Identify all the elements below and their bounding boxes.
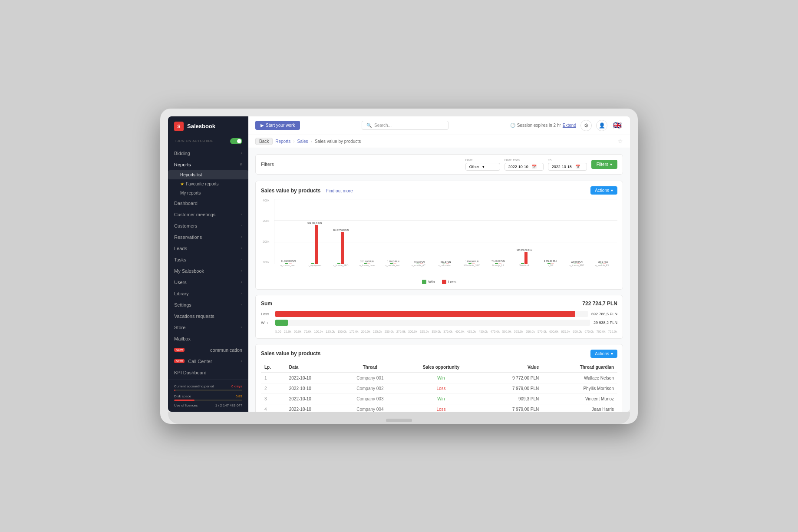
cell-guardian: Jean Harris bbox=[542, 404, 617, 412]
filter-date-to-group: To 2022-10-18 📅 bbox=[548, 158, 587, 171]
breadcrumb-sales-link[interactable]: Sales bbox=[297, 139, 308, 144]
sidebar: S Salesbook TURN ON AUTO-HIDE Bidding › … bbox=[168, 116, 248, 412]
filter-date-label: Date bbox=[465, 158, 500, 162]
table-row: 3 2022-10-10 Company 003 Win 909,3 PLN V… bbox=[261, 393, 617, 404]
back-button[interactable]: Back bbox=[255, 138, 273, 145]
sum-loss-label: Loss bbox=[261, 312, 272, 316]
sidebar-item-label: Customer meetings bbox=[174, 212, 215, 217]
extend-link[interactable]: Extend bbox=[563, 123, 576, 128]
settings-icon-button[interactable]: ⚙ bbox=[580, 120, 592, 131]
sidebar-item-customer-meetings[interactable]: Customer meetings › bbox=[168, 209, 248, 220]
chevron-down-icon: ▾ bbox=[482, 165, 485, 169]
start-work-button[interactable]: ▶ Start your work bbox=[255, 121, 300, 130]
sidebar-item-kpi-dashboard[interactable]: KPI Dashboard bbox=[168, 367, 248, 378]
filter-date-to-input[interactable]: 2022-10-18 📅 bbox=[548, 163, 587, 171]
sum-loss-value: 692 786,5 PLN bbox=[591, 312, 617, 316]
filters-apply-button[interactable]: Filters ▾ bbox=[591, 160, 617, 169]
cell-value: 7 979,00 PLN bbox=[481, 404, 542, 412]
sum-loss-track bbox=[275, 311, 588, 317]
sidebar-item-settings[interactable]: Settings › bbox=[168, 299, 248, 311]
sidebar-item-library[interactable]: Library › bbox=[168, 288, 248, 299]
session-text: Session expires in 2 hr bbox=[517, 123, 561, 128]
bar-group-7: 909,3 PLN bbox=[433, 261, 458, 264]
chevron-icon: › bbox=[241, 291, 242, 295]
chart-actions-button[interactable]: Actions ▾ bbox=[590, 186, 617, 195]
bar-group-3: 261 227,00 PLN bbox=[328, 229, 353, 264]
star-button[interactable]: ☆ bbox=[617, 138, 623, 145]
cell-thread: Company 004 bbox=[339, 404, 401, 412]
laptop-notch bbox=[386, 419, 412, 422]
sidebar-item-mailbox[interactable]: Mailbox bbox=[168, 333, 248, 344]
filter-date-from-group: Date from 2022-10-10 📅 bbox=[505, 158, 544, 171]
sidebar-item-label: Library bbox=[174, 291, 189, 296]
filter-date-select[interactable]: Other ▾ bbox=[465, 163, 500, 171]
laptop-base bbox=[168, 412, 630, 424]
cell-guardian: Vincent Munoz bbox=[542, 393, 617, 404]
table-actions-label: Actions bbox=[595, 351, 609, 356]
chevron-icon: › bbox=[241, 280, 242, 284]
breadcrumb-bar: Back Reports › Sales › Sales value by pr… bbox=[248, 135, 630, 148]
sidebar-item-reports[interactable]: Reports ∨ bbox=[168, 159, 248, 170]
col-data: Data bbox=[286, 362, 339, 373]
filter-date-from-input[interactable]: 2022-10-10 📅 bbox=[505, 163, 544, 171]
sidebar-item-label: Reservations bbox=[174, 235, 202, 240]
col-guardian: Thread guardian bbox=[542, 362, 617, 373]
table-row: 2 2022-10-10 Company 002 Loss 7 979,00 P… bbox=[261, 383, 617, 393]
cell-lp: 2 bbox=[261, 383, 286, 393]
topbar-search: 🔍 Search... bbox=[305, 121, 505, 130]
table-actions-button[interactable]: Actions ▾ bbox=[590, 350, 617, 358]
sidebar-item-reservations[interactable]: Reservations › bbox=[168, 231, 248, 243]
sidebar-item-users[interactable]: Users › bbox=[168, 277, 248, 288]
sidebar-item-tasks[interactable]: Tasks › bbox=[168, 254, 248, 265]
user-icon-button[interactable]: 👤 bbox=[596, 120, 607, 131]
y-axis: 400k 200k 200k 100k bbox=[261, 199, 271, 264]
language-flag-button[interactable]: 🇬🇧 bbox=[612, 120, 623, 131]
chevron-down-icon-4: ▾ bbox=[611, 351, 613, 356]
sidebar-subitem-label: Reports list bbox=[180, 172, 202, 177]
sidebar-item-communication[interactable]: NEW communication bbox=[168, 344, 248, 356]
cell-value: 7 979,00 PLN bbox=[481, 383, 542, 393]
filters-button-label: Filters bbox=[597, 162, 608, 167]
play-icon: ▶ bbox=[261, 123, 264, 128]
find-out-link[interactable]: Find out more bbox=[326, 188, 353, 193]
sidebar-item-my-salesbook[interactable]: My Salesbook › bbox=[168, 265, 248, 277]
sidebar-subitem-favourite-reports[interactable]: ★ Favourite reports bbox=[168, 179, 248, 188]
search-box[interactable]: 🔍 Search... bbox=[362, 121, 448, 130]
sidebar-item-label: Store bbox=[174, 325, 185, 330]
sidebar-item-dashboard[interactable]: Dashboard bbox=[168, 198, 248, 209]
new-badge: NEW bbox=[174, 348, 185, 352]
sum-win-value: 29 938,2 PLN bbox=[594, 321, 617, 325]
sidebar-subitem-label: Favourite reports bbox=[186, 182, 219, 186]
sidebar-subitem-reports-list[interactable]: Reports list bbox=[168, 170, 248, 179]
sidebar-item-leads[interactable]: Leads › bbox=[168, 243, 248, 254]
chart-title-group: Sales value by products Find out more bbox=[261, 186, 353, 194]
sum-section: Sum 722 724,7 PLN Loss 692 786,5 PLN bbox=[255, 295, 623, 339]
sidebar-item-label: Reports bbox=[174, 162, 191, 167]
cell-lp: 1 bbox=[261, 373, 286, 383]
cell-date: 2022-10-10 bbox=[286, 373, 339, 383]
sidebar-item-bidding[interactable]: Bidding › bbox=[168, 148, 248, 159]
cell-thread: Company 003 bbox=[339, 393, 401, 404]
sidebar-item-vacations[interactable]: Vacations requests bbox=[168, 311, 248, 322]
chevron-icon: › bbox=[241, 235, 242, 239]
licences-label: Use of licences bbox=[174, 403, 198, 407]
accounting-period: Current accounting period 0 days bbox=[174, 384, 242, 391]
sidebar-item-customers[interactable]: Customers › bbox=[168, 220, 248, 231]
legend-win-label: Win bbox=[428, 280, 435, 284]
sidebar-subitem-my-reports[interactable]: My reports bbox=[168, 188, 248, 198]
sidebar-item-label: Call Center bbox=[188, 359, 212, 364]
session-info: 🕐 Session expires in 2 hr Extend bbox=[510, 123, 576, 128]
sidebar-item-label: communication bbox=[210, 347, 242, 353]
breadcrumb-separator-2: › bbox=[311, 139, 312, 144]
sum-bar-loss-row: Loss 692 786,5 PLN bbox=[261, 311, 617, 317]
breadcrumb-reports-link[interactable]: Reports bbox=[275, 139, 290, 144]
sidebar-item-store[interactable]: Store › bbox=[168, 322, 248, 333]
sidebar-item-call-center[interactable]: NEW Call Center › bbox=[168, 356, 248, 367]
table-title: Sales value by products bbox=[261, 350, 320, 357]
calendar-icon-2: 📅 bbox=[575, 165, 580, 169]
col-opportunity: Sales opportunity bbox=[401, 362, 481, 373]
new-badge: NEW bbox=[174, 359, 185, 363]
auto-hide-toggle[interactable] bbox=[230, 138, 242, 144]
col-lp: Lp. bbox=[261, 362, 286, 373]
cell-thread: Company 001 bbox=[339, 373, 401, 383]
